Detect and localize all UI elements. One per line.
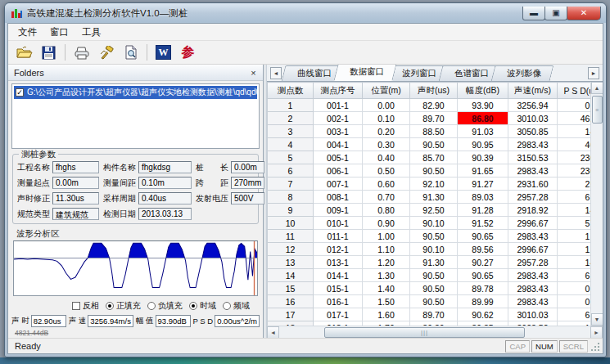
table-row[interactable]: 1001-10.0082.9093.903256.940.00 (268, 99, 591, 112)
table-row[interactable]: 3003-10.2088.5091.033050.8514.4 (268, 125, 591, 138)
table-cell: 2 (268, 112, 314, 125)
table-cell: 0.00 (558, 99, 591, 112)
table-cell: 230.4 (558, 151, 591, 164)
folder-checkbox[interactable]: ✓ (16, 88, 24, 97)
table-cell: 015-1 (314, 282, 363, 295)
horizontal-scroll-thumb[interactable]: ||| (324, 327, 525, 338)
menu-item[interactable]: 窗口 (43, 25, 75, 40)
param-field: 测量起点0.00m (17, 177, 99, 189)
table-row[interactable]: 8008-10.7091.3089.032957.286.40 (268, 191, 591, 204)
table-cell: 89.70 (410, 308, 458, 321)
save-button[interactable] (38, 43, 60, 63)
tab-label: 波列窗口 (402, 68, 436, 79)
scroll-right-icon[interactable]: ► (590, 326, 603, 339)
column-header[interactable]: 测点数 (268, 83, 314, 99)
readouts: 声 时82.90us声 速3256.94m/s幅 值93.90dBP S D0.… (8, 312, 263, 329)
freq-domain-radio[interactable]: 频域 (223, 300, 250, 312)
table-cell: 14 (268, 269, 314, 282)
column-header[interactable]: 测点序号 (314, 83, 363, 99)
folders-panel-close-icon[interactable]: × (247, 67, 260, 79)
table-row[interactable]: 14014-11.3090.5090.652983.436.40 (268, 269, 591, 282)
param-value[interactable]: fhgkdsg (138, 161, 192, 173)
folder-list-item[interactable]: ✓ G:\公司产品设计开发\超声仪器\超声仪实地检测数据\测桩\qd\qd03\… (14, 86, 257, 99)
column-header[interactable]: 位置(m) (363, 83, 410, 99)
status-text: Ready (15, 341, 41, 351)
fill-negative-radio[interactable]: 负填充 (147, 300, 183, 312)
param-value[interactable]: 建筑规范 (52, 208, 99, 220)
column-header[interactable]: 声时(us) (410, 83, 458, 99)
resize-grip-icon[interactable] (590, 340, 601, 353)
table-row[interactable]: 9009-10.8092.5091.282918.9214.4 (268, 204, 591, 217)
param-value[interactable]: 0.10m (138, 177, 192, 189)
param-value[interactable]: 0.00m (52, 177, 99, 189)
table-cell: 0.90 (363, 217, 410, 230)
export-report-button[interactable] (95, 43, 117, 63)
table-row[interactable]: 4004-10.3090.5090.952983.4340.0 (268, 138, 591, 151)
word-export-button[interactable]: W (152, 43, 174, 63)
tab-item[interactable]: 波列影像 (491, 65, 554, 81)
readout: 幅 值93.90dB (136, 315, 191, 327)
time-domain-label: 时域 (200, 300, 216, 312)
waveform-plot[interactable] (13, 240, 258, 296)
param-value[interactable]: 270mm (231, 177, 264, 189)
indicator-num: NUM (531, 340, 558, 353)
table-row[interactable]: 13013-11.2091.3090.272957.2814.4 (268, 256, 591, 269)
readout-value[interactable]: 82.90us (31, 315, 66, 327)
waveform-area-title: 波形分析区 (16, 228, 263, 240)
table-row[interactable]: 5005-10.4085.7090.393150.53230.4 (268, 151, 591, 164)
tab-scroll-left-icon[interactable]: ◄ (270, 67, 282, 79)
column-header[interactable]: P S D(us (558, 83, 591, 99)
table-row[interactable]: 10010-10.9090.1091.522996.6757.6 (268, 217, 591, 230)
print-button[interactable] (70, 43, 93, 63)
table-row[interactable]: 12012-11.1090.1089.562996.671.60 (268, 243, 591, 256)
readout-value[interactable]: 0.00us^2/m (215, 315, 260, 327)
table-cell: 013-1 (314, 256, 363, 269)
table-row[interactable]: 16016-11.5090.5089.992983.430.00 (268, 295, 591, 308)
vertical-scrollbar[interactable]: ▲ ≡ ▼ (590, 82, 603, 326)
menu-item[interactable]: 文件 (11, 25, 43, 40)
time-domain-radio[interactable]: 时域 (189, 300, 216, 312)
param-field: 构件名称fhgkdsg (103, 161, 192, 173)
table-row[interactable]: 17017-11.6089.7090.623010.036.40 (268, 308, 591, 321)
scroll-down-icon[interactable]: ▼ (591, 313, 603, 326)
close-button[interactable]: ✕ (567, 7, 601, 20)
invert-checkbox[interactable]: 反相 (72, 300, 99, 312)
table-cell: 3010.03 (508, 112, 558, 125)
minimize-button[interactable]: ▬ (522, 7, 545, 20)
vertical-scroll-thumb[interactable]: ≡ (592, 96, 603, 124)
column-header[interactable]: 声速(m/s) (508, 83, 558, 99)
tab-item[interactable]: 数据窗口 (333, 65, 396, 81)
param-value[interactable]: fhghs (52, 161, 99, 173)
table-row[interactable]: 6006-10.5090.5091.652983.43230.4 (268, 164, 591, 178)
readout-value[interactable]: 93.90dB (156, 315, 191, 327)
table-row[interactable]: 2002-10.1089.7086.803010.03462.4 (268, 112, 591, 125)
print-preview-button[interactable] (120, 43, 142, 63)
column-header[interactable]: 幅度(dB) (458, 83, 508, 99)
table-cell: 85.70 (410, 151, 458, 164)
radio-off-icon (147, 302, 156, 310)
horizontal-scrollbar[interactable]: ◄ ||| ► (267, 326, 603, 338)
table-cell: 004-1 (314, 138, 363, 151)
param-value[interactable]: 2013.03.13 (138, 208, 192, 220)
table-row[interactable]: 11011-11.0090.5090.652983.431.60 (268, 230, 591, 243)
table-cell: 90.50 (410, 230, 458, 243)
maximize-button[interactable]: ▣ (544, 7, 567, 20)
param-value[interactable]: 0.40us (138, 192, 192, 204)
param-value[interactable]: 0.00m (231, 161, 264, 173)
table-row[interactable]: 7007-10.6092.1091.272931.6025.6 (268, 178, 591, 191)
title-bar[interactable]: 高铁建混凝土检测分析软件V1.0—测桩 ▬ ▣ ✕ (5, 3, 606, 23)
fill-positive-radio[interactable]: 正填充 (106, 300, 141, 312)
parameters-button[interactable]: 参 (177, 43, 199, 63)
param-value[interactable]: 500V (231, 192, 264, 204)
param-value[interactable]: 11.30us (52, 192, 99, 204)
table-row[interactable]: 15015-11.4090.5089.782983.430.00 (268, 282, 591, 295)
readout-value[interactable]: 3256.94m/s (88, 315, 133, 327)
tab-scroll-right-icon[interactable]: ► (588, 67, 599, 79)
table-cell: 3150.53 (508, 151, 558, 164)
menu-item[interactable]: 工具 (75, 25, 107, 40)
table-cell: 6 (268, 164, 314, 178)
scroll-left-icon[interactable]: ◄ (267, 326, 279, 339)
folder-list[interactable]: ✓ G:\公司产品设计开发\超声仪器\超声仪实地检测数据\测桩\qd\qd03\… (11, 83, 260, 149)
open-file-button[interactable] (13, 43, 35, 63)
scroll-up-icon[interactable]: ▲ (591, 82, 603, 94)
